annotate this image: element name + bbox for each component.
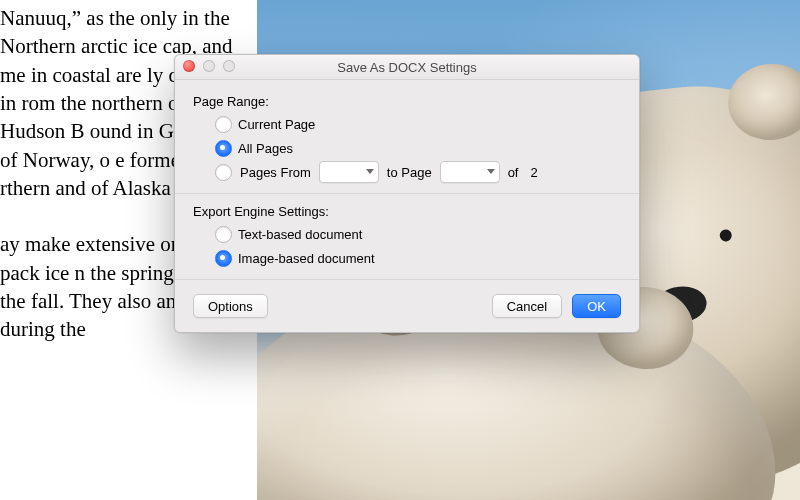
radio-current-page-label: Current Page xyxy=(238,117,315,132)
chevron-down-icon xyxy=(366,168,374,176)
separator xyxy=(175,193,639,194)
radio-image-based-label: Image-based document xyxy=(238,251,375,266)
separator xyxy=(175,279,639,280)
dialog-titlebar: Save As DOCX Settings xyxy=(175,55,639,80)
radio-all-pages[interactable] xyxy=(215,140,232,157)
to-page-label: to Page xyxy=(387,165,432,180)
minimize-window-icon xyxy=(203,60,215,72)
radio-pages-from[interactable] xyxy=(215,164,232,181)
cancel-button[interactable]: Cancel xyxy=(492,294,562,318)
ok-button[interactable]: OK xyxy=(572,294,621,318)
zoom-window-icon xyxy=(223,60,235,72)
radio-image-based[interactable] xyxy=(215,250,232,267)
options-button[interactable]: Options xyxy=(193,294,268,318)
radio-pages-from-label: Pages From xyxy=(240,165,311,180)
close-window-icon[interactable] xyxy=(183,60,195,72)
radio-all-pages-label: All Pages xyxy=(238,141,293,156)
radio-current-page[interactable] xyxy=(215,116,232,133)
save-as-docx-dialog: Save As DOCX Settings Page Range: Curren… xyxy=(174,54,640,333)
page-range-label: Page Range: xyxy=(193,94,621,109)
chevron-down-icon xyxy=(487,168,495,176)
pages-from-select[interactable] xyxy=(319,161,379,183)
radio-text-based-label: Text-based document xyxy=(238,227,362,242)
of-label: of xyxy=(508,165,519,180)
radio-text-based[interactable] xyxy=(215,226,232,243)
export-engine-label: Export Engine Settings: xyxy=(193,204,621,219)
dialog-title: Save As DOCX Settings xyxy=(337,60,476,75)
pages-to-select[interactable] xyxy=(440,161,500,183)
total-pages-value: 2 xyxy=(530,165,537,180)
window-controls xyxy=(183,60,235,72)
